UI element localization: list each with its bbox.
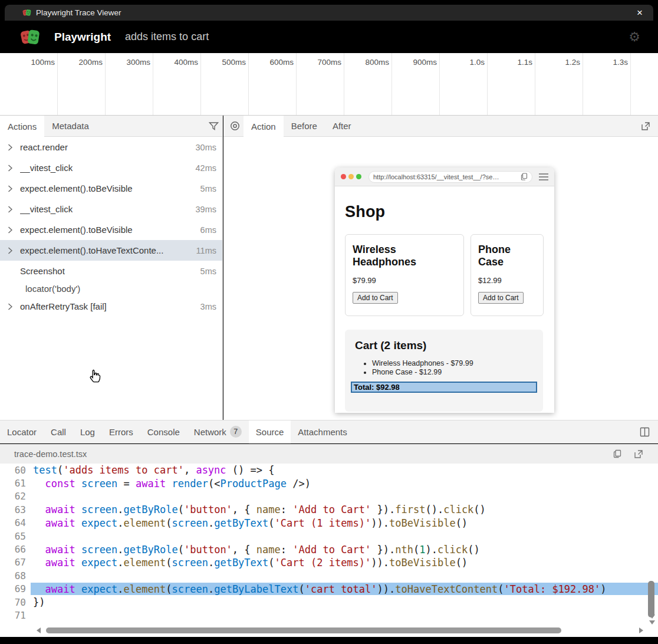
popout-icon[interactable]: [637, 116, 654, 136]
action-row[interactable]: __vitest_click39ms: [0, 199, 222, 219]
tab-locator[interactable]: Locator: [0, 420, 44, 443]
browser-menu-icon[interactable]: [539, 173, 548, 180]
title-bar: Playwright Trace Viewer ×: [5, 5, 653, 21]
action-row[interactable]: Screenshot5ms: [0, 261, 222, 281]
settings-gear-icon[interactable]: ⚙: [629, 31, 640, 44]
line-number: 62: [0, 491, 26, 502]
source-line: 69 await expect.element(screen.getByLabe…: [0, 583, 658, 596]
vertical-scroll-thumb[interactable]: [648, 581, 654, 617]
source-line-code: await screen.getByRole('button', { name:…: [26, 504, 486, 515]
source-line: 62: [0, 490, 658, 503]
source-line-code: await expect.element(screen.getByText('C…: [26, 517, 468, 529]
address-bar[interactable]: http://localhost:63315/__vitest_test__/?…: [369, 171, 532, 183]
scroll-left-arrow-icon[interactable]: [37, 627, 41, 633]
timeline-gridline: [583, 53, 583, 116]
source-filename: trace-demo.test.tsx: [14, 449, 87, 459]
tab-metadata[interactable]: Metadata: [44, 116, 97, 136]
copy-url-icon[interactable]: [521, 173, 528, 180]
scroll-right-arrow-icon[interactable]: [639, 627, 643, 633]
action-name: __vitest_click: [20, 204, 73, 214]
timeline-tick-label: 400ms: [157, 58, 198, 67]
source-line-code: const screen = await render(<ProductPage…: [26, 478, 311, 489]
cursor-pointer-hand: [88, 369, 101, 383]
tab-action[interactable]: Action: [244, 116, 284, 137]
source-line: 60test('adds items to cart', async () =>…: [0, 464, 658, 477]
tab-attachments[interactable]: Attachments: [291, 420, 354, 443]
timeline-gridline: [439, 53, 440, 116]
horizontal-scroll-thumb[interactable]: [46, 627, 561, 633]
tab-actions[interactable]: Actions: [0, 116, 44, 137]
split-view-icon[interactable]: [636, 420, 653, 443]
source-line-code: }): [26, 596, 45, 608]
source-line-code: await expect.element(screen.getByText('C…: [26, 557, 468, 569]
tab-source[interactable]: Source: [249, 420, 291, 443]
line-number: 63: [0, 504, 26, 515]
tab-after[interactable]: After: [325, 116, 359, 136]
action-row[interactable]: expect.element().toHaveTextConte...11ms: [0, 240, 222, 261]
action-name: react.render: [20, 142, 68, 152]
chevron-right-icon: [0, 247, 20, 254]
timeline[interactable]: 100ms200ms300ms400ms500ms600ms700ms800ms…: [0, 53, 658, 116]
chevron-right-icon: [0, 165, 20, 172]
tab-errors[interactable]: Errors: [102, 420, 140, 443]
line-number: 70: [0, 597, 26, 608]
add-to-cart-button[interactable]: Add to Cart: [353, 292, 398, 304]
cart-item-list: Wireless Headphones - $79.99Phone Case -…: [372, 359, 537, 376]
action-name: __vitest_click: [20, 163, 73, 173]
tab-before[interactable]: Before: [284, 116, 325, 136]
chevron-right-icon: [0, 226, 20, 234]
action-row[interactable]: react.render30ms: [0, 137, 222, 157]
action-row[interactable]: expect.element().toBeVisible5ms: [0, 178, 222, 199]
url-text: http://localhost:63315/__vitest_test__/?…: [373, 173, 521, 180]
timeline-gridline: [487, 53, 488, 116]
actions-panel: ActionsMetadata react.render30ms__vitest…: [0, 116, 223, 420]
action-duration: 42ms: [191, 163, 216, 173]
cart-total-highlighted: Total: $92.98: [351, 382, 537, 393]
scroll-down-arrow-icon[interactable]: [649, 615, 655, 619]
copy-source-icon[interactable]: [608, 449, 626, 459]
scroll-down-arrow-icon[interactable]: [649, 620, 655, 625]
shop-page: Shop Wireless Headphones$79.99Add to Car…: [335, 186, 554, 412]
line-number: 65: [0, 531, 26, 542]
timeline-tick-label: 700ms: [300, 58, 341, 67]
add-to-cart-button[interactable]: Add to Cart: [478, 292, 524, 304]
timeline-gridline: [248, 53, 249, 116]
timeline-tick-label: 100ms: [14, 58, 55, 67]
timeline-gridline: [630, 53, 631, 116]
tab-console[interactable]: Console: [140, 420, 187, 443]
page-title: Shop: [345, 203, 544, 221]
action-name: expect.element().toBeVisible: [20, 183, 133, 193]
timeline-gridline: [296, 53, 297, 116]
product-name: Phone Case: [478, 244, 536, 268]
action-row[interactable]: __vitest_click42ms: [0, 157, 222, 178]
bottom-tab-bar: LocatorCallLogErrorsConsoleNetwork7Sourc…: [0, 420, 658, 443]
source-line: 67 await expect.element(screen.getByText…: [0, 556, 658, 569]
line-number: 64: [0, 517, 26, 528]
browser-chrome: http://localhost:63315/__vitest_test__/?…: [335, 167, 554, 186]
traffic-light-yellow-icon: [348, 174, 354, 179]
tab-network[interactable]: Network7: [187, 420, 249, 443]
source-line-code: await expect.element(screen.getByLabelTe…: [26, 583, 607, 595]
action-row[interactable]: onAfterRetryTask [fail]3ms: [0, 296, 222, 317]
toolbar-spacer: [354, 420, 636, 443]
cart-item: Wireless Headphones - $79.99: [372, 359, 537, 367]
action-row[interactable]: expect.element().toBeVisible6ms: [0, 219, 222, 240]
cart-section: Cart (2 items) Wireless Headphones - $79…: [345, 330, 543, 412]
action-locator: locator('body'): [0, 281, 222, 296]
tab-call[interactable]: Call: [44, 420, 73, 443]
source-line: 64 await expect.element(screen.getByText…: [0, 517, 658, 530]
timeline-tick-label: 1.3s: [587, 58, 628, 67]
target-icon[interactable]: [226, 116, 244, 136]
chevron-right-icon: [0, 206, 20, 213]
source-code-view: 60test('adds items to cart', async () =>…: [0, 464, 658, 624]
action-name: onAfterRetryTask [fail]: [20, 301, 107, 311]
chevron-right-icon: [0, 185, 20, 192]
open-source-popout-icon[interactable]: [630, 449, 647, 459]
tab-log[interactable]: Log: [73, 420, 102, 443]
source-line: 65: [0, 530, 658, 543]
close-icon[interactable]: ×: [633, 7, 646, 19]
filter-icon[interactable]: [205, 116, 222, 136]
traffic-light-red-icon: [341, 174, 346, 179]
timeline-tick-label: 1.1s: [491, 58, 532, 67]
horizontal-scrollbar[interactable]: [0, 624, 658, 637]
